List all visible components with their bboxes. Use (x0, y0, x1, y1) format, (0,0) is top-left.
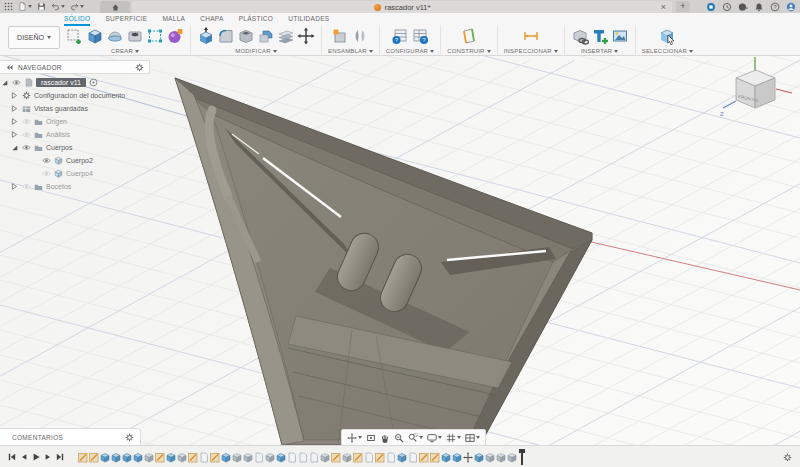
timeline-feature-sketch[interactable] (353, 451, 364, 463)
timeline-feature-extrude[interactable] (221, 451, 232, 463)
timeline-feature-sketch[interactable] (155, 451, 166, 463)
timeline-feature-extrude[interactable] (441, 451, 452, 463)
combine-button[interactable] (257, 27, 275, 45)
timeline-feature-extrude[interactable] (122, 451, 133, 463)
press-pull-button[interactable] (197, 27, 215, 45)
tree-item-cuerpo2[interactable]: Cuerpo2 (0, 154, 150, 167)
bell-button[interactable] (754, 2, 764, 12)
timeline-feature-sketch[interactable] (331, 451, 342, 463)
collapse-panel-icon[interactable] (5, 63, 14, 72)
timeline-feature-gray-feature[interactable] (485, 451, 496, 463)
expander-closed-icon[interactable] (10, 92, 19, 99)
tree-item-cuerpo4[interactable]: Cuerpo4 (0, 167, 150, 180)
timeline-feature-gray-feature[interactable] (320, 451, 331, 463)
timeline-feature-doc[interactable] (408, 451, 419, 463)
fit-button[interactable] (366, 433, 376, 443)
skip-start-button[interactable] (8, 453, 16, 461)
inspeccionar-menu-label[interactable]: INSPECCIONAR (504, 48, 558, 54)
insert-mesh-button[interactable] (591, 27, 609, 45)
revolve-button[interactable] (106, 27, 124, 45)
timeline-feature-gray-feature[interactable] (243, 451, 254, 463)
timeline-feature-doc[interactable] (287, 451, 298, 463)
history-button[interactable] (722, 2, 732, 12)
extrude-button[interactable] (86, 27, 104, 45)
expander-closed-icon[interactable] (10, 131, 19, 138)
timeline-feature-doc[interactable] (309, 451, 320, 463)
timeline-feature-extrude[interactable] (133, 451, 144, 463)
pan-button[interactable] (347, 433, 362, 443)
timeline-feature-sketch[interactable] (89, 451, 100, 463)
move-copy-button[interactable] (297, 27, 315, 45)
crear-menu-label[interactable]: CREAR (111, 48, 139, 54)
timeline-playhead[interactable] (521, 450, 523, 465)
timeline-feature-extrude[interactable] (452, 451, 463, 463)
avatar-button[interactable] (786, 2, 796, 12)
root-document-label[interactable]: rascador v11 (36, 78, 86, 87)
tree-item-bocetos[interactable]: Bocetos (0, 180, 150, 193)
home-tab[interactable] (100, 1, 130, 13)
timeline-feature-gray-feature[interactable] (265, 451, 276, 463)
ensamblar-menu-label[interactable]: ENSAMBLAR (328, 48, 373, 54)
viewports-button[interactable] (465, 433, 480, 443)
expander-closed-icon[interactable] (10, 105, 19, 112)
visibility-eye-icon[interactable] (22, 131, 31, 138)
document-tab[interactable]: rascador v11* × (132, 1, 672, 13)
skip-end-button[interactable] (56, 453, 64, 461)
form-button[interactable] (166, 27, 184, 45)
visibility-eye-icon[interactable] (22, 118, 31, 125)
display-settings-button[interactable] (427, 433, 442, 443)
measure-button[interactable] (522, 27, 540, 45)
browser-header[interactable]: NAVEGADOR (0, 60, 150, 74)
timeline-settings-icon[interactable] (783, 453, 792, 462)
viewcube[interactable]: Z FRONTAL (718, 56, 796, 120)
tree-item-configuraci-n-del-documento[interactable]: Configuración del documento (0, 89, 150, 102)
zoom-button[interactable] (394, 433, 404, 443)
timeline-feature-doc[interactable] (199, 451, 210, 463)
fillet-button[interactable] (217, 27, 235, 45)
timeline-feature-gray-feature[interactable] (177, 451, 188, 463)
timeline-feature-extrude[interactable] (111, 451, 122, 463)
grid-settings-button[interactable] (446, 433, 461, 443)
timeline-feature-gray-feature[interactable] (507, 451, 518, 463)
new-tab-button[interactable]: + (676, 1, 690, 12)
timeline-feature-extrude[interactable] (276, 451, 287, 463)
insertar-menu-label[interactable]: INSERTAR (581, 48, 618, 54)
insert-canvas-button[interactable] (611, 27, 629, 45)
hand-button[interactable] (380, 433, 390, 443)
close-tab-button[interactable]: × (661, 1, 666, 13)
timeline-feature-sketch[interactable] (375, 451, 386, 463)
timeline-feature-doc[interactable] (364, 451, 375, 463)
expander-closed-icon[interactable] (10, 183, 19, 190)
undo-button[interactable] (51, 2, 65, 11)
hole-button[interactable] (126, 27, 144, 45)
visibility-eye-icon[interactable] (42, 170, 51, 177)
timeline-feature-sketch[interactable] (419, 451, 430, 463)
construct-plane-button[interactable] (460, 27, 478, 45)
notifications-button[interactable] (738, 2, 748, 12)
save-button[interactable] (37, 2, 46, 11)
timeline-feature-doc[interactable] (254, 451, 265, 463)
timeline-feature-sketch[interactable] (430, 451, 441, 463)
activate-component-icon[interactable] (89, 78, 98, 87)
play-button[interactable] (32, 453, 40, 461)
timeline-feature-extrude[interactable] (397, 451, 408, 463)
tree-root-row[interactable]: rascador v11 (0, 76, 150, 89)
timeline-feature-sketch[interactable] (78, 451, 89, 463)
timeline-feature-doc[interactable] (386, 451, 397, 463)
timeline-feature-gray-feature[interactable] (144, 451, 155, 463)
visibility-eye-icon[interactable] (22, 144, 31, 151)
timeline-feature-sketch[interactable] (188, 451, 199, 463)
select-button[interactable] (658, 27, 676, 45)
tree-item-origen[interactable]: Origen (0, 115, 150, 128)
timeline-feature-doc[interactable] (298, 451, 309, 463)
extension-button[interactable] (706, 2, 716, 12)
visibility-eye-icon[interactable] (12, 79, 21, 86)
configuration-button[interactable]: ? (391, 27, 409, 45)
timeline-feature-gray-feature[interactable] (232, 451, 243, 463)
timeline-feature-extrude[interactable] (166, 451, 177, 463)
redo-button[interactable] (70, 2, 84, 11)
timeline-feature-extrude[interactable] (474, 451, 485, 463)
configurar-menu-label[interactable]: CONFIGURAR (386, 48, 434, 54)
seleccionar-menu-label[interactable]: SELECCIONAR (642, 48, 693, 54)
timeline-feature-sketch[interactable] (210, 451, 221, 463)
